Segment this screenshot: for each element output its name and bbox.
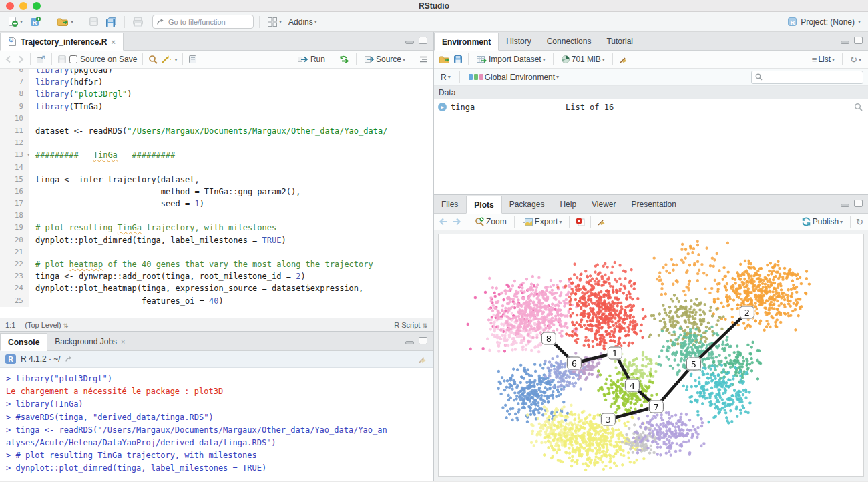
- plots-tab-label: Plots: [474, 200, 493, 210]
- print-button[interactable]: [130, 15, 146, 28]
- new-project-button[interactable]: R: [27, 15, 43, 29]
- dropdown-caret-icon: ▾: [403, 57, 405, 63]
- minimize-pane-button[interactable]: [405, 341, 414, 344]
- maximize-pane-button[interactable]: [854, 37, 863, 44]
- language-selector-button[interactable]: R ▾: [439, 71, 453, 83]
- project-menu-button[interactable]: R Project: (None) ▾: [785, 15, 863, 28]
- history-tab-label: History: [506, 37, 531, 46]
- console-line: > library("plot3Drgl"): [6, 373, 427, 385]
- source-on-save-checkbox[interactable]: [69, 55, 77, 63]
- refresh-environment-button[interactable]: ↻ ▾: [848, 53, 863, 66]
- code-editor[interactable]: 6library(pkgload)7library(hdf5r)8library…: [0, 69, 433, 318]
- environment-search[interactable]: [751, 71, 863, 84]
- source-button[interactable]: Source ▾: [362, 53, 407, 65]
- find-replace-icon[interactable]: [148, 55, 158, 64]
- filetype-selector[interactable]: R Script ⇅: [394, 321, 427, 329]
- expand-object-icon[interactable]: ▶: [438, 103, 447, 111]
- close-tab-icon[interactable]: ×: [121, 338, 125, 346]
- object-row-tinga[interactable]: ▶ tinga List of 16: [434, 99, 868, 115]
- tab-help[interactable]: Help: [552, 195, 584, 213]
- tab-packages[interactable]: Packages: [502, 195, 553, 213]
- save-all-button[interactable]: [103, 15, 119, 29]
- back-icon[interactable]: [5, 55, 13, 63]
- list-view-button[interactable]: ≡ List ▾: [810, 53, 837, 66]
- goto-file-search[interactable]: [152, 15, 254, 29]
- memory-usage-button[interactable]: 701 MiB ▾: [559, 53, 607, 65]
- export-plot-button[interactable]: Export ▾: [520, 216, 564, 228]
- milestone-label-4: 4: [625, 379, 640, 392]
- fold-caret-icon[interactable]: ▾: [27, 149, 30, 161]
- view-object-icon[interactable]: [854, 103, 863, 111]
- minimize-window-button[interactable]: [19, 2, 27, 10]
- publish-button[interactable]: Publish ▾: [799, 216, 845, 228]
- minimize-pane-button[interactable]: [841, 204, 849, 207]
- zoom-magnifier-icon: [475, 217, 485, 226]
- minimize-pane-button[interactable]: [841, 41, 849, 44]
- tab-tutorial[interactable]: Tutorial: [599, 32, 641, 50]
- maximize-pane-button[interactable]: [419, 337, 427, 344]
- viewer-tab-label: Viewer: [592, 200, 616, 209]
- clear-console-broom-icon[interactable]: [417, 354, 427, 364]
- toolbar-separator: [142, 53, 143, 65]
- compile-report-icon[interactable]: [188, 55, 197, 64]
- code-line: 20dynplot::plot_dimred(tinga, label_mile…: [0, 234, 433, 246]
- rerun-previous-icon[interactable]: [339, 55, 351, 63]
- remove-plot-icon[interactable]: [575, 217, 585, 226]
- workspace-panes-button[interactable]: ▾: [265, 15, 284, 28]
- connections-tab-label: Connections: [547, 37, 592, 46]
- global-environment-selector[interactable]: Global Environment ▾: [467, 71, 561, 83]
- next-plot-icon[interactable]: [451, 218, 461, 226]
- code-line: 11dataset <- readRDS("/Users/Margaux/Doc…: [0, 125, 433, 137]
- tab-presentation[interactable]: Presentation: [624, 195, 684, 213]
- r-version-label: R 4.1.2 · ~/: [21, 354, 61, 364]
- tab-environment[interactable]: Environment: [434, 33, 499, 51]
- new-file-button[interactable]: ▾: [5, 15, 25, 29]
- updown-caret-icon: ⇅: [422, 322, 427, 329]
- save-workspace-icon[interactable]: [453, 55, 463, 64]
- tab-connections[interactable]: Connections: [539, 32, 600, 50]
- tab-background-jobs[interactable]: Background Jobs ×: [47, 332, 133, 350]
- previous-plot-icon[interactable]: [439, 218, 449, 226]
- environment-scope-bar: R ▾ Global Environment ▾: [434, 69, 868, 86]
- goto-file-input[interactable]: [168, 18, 242, 26]
- environment-search-input[interactable]: [765, 73, 860, 81]
- refresh-plot-icon[interactable]: ↻: [856, 217, 863, 227]
- plot-content: 12345678: [434, 230, 868, 481]
- import-dataset-button[interactable]: Import Dataset ▾: [474, 53, 548, 65]
- code-tools-wand-icon[interactable]: [161, 55, 172, 64]
- save-icon[interactable]: [57, 55, 67, 64]
- tab-trajectory-inference[interactable]: R Trajectory_inference.R ×: [0, 33, 124, 51]
- tab-console[interactable]: Console: [0, 333, 47, 351]
- code-line: 22# plot heatmap of the 40 genes that va…: [0, 258, 433, 270]
- plots-tabstrip: Files Plots Packages Help Viewer Present…: [434, 195, 868, 214]
- tab-history[interactable]: History: [499, 32, 539, 50]
- fullscreen-window-button[interactable]: [33, 2, 41, 10]
- forward-icon[interactable]: [16, 55, 25, 63]
- language-label: R: [441, 73, 447, 82]
- clear-all-plots-broom-icon[interactable]: [596, 217, 606, 226]
- import-dataset-icon: [476, 55, 487, 64]
- tab-plots[interactable]: Plots: [466, 196, 501, 214]
- open-in-new-window-icon[interactable]: [36, 55, 46, 64]
- tab-viewer[interactable]: Viewer: [584, 195, 624, 213]
- zoom-plot-button[interactable]: Zoom: [473, 216, 509, 228]
- close-window-button[interactable]: [6, 2, 14, 10]
- open-file-button[interactable]: ▾: [55, 15, 75, 29]
- toolbar-separator: [81, 16, 81, 28]
- code-line: 14: [0, 162, 433, 174]
- console-output[interactable]: > library("plot3Drgl")Le chargement a né…: [0, 368, 433, 481]
- addins-button[interactable]: Addins ▾: [286, 16, 319, 28]
- minimize-pane-button[interactable]: [405, 41, 414, 44]
- close-tab-icon[interactable]: ×: [111, 38, 115, 46]
- goto-directory-icon[interactable]: [65, 356, 73, 363]
- maximize-pane-button[interactable]: [419, 37, 427, 44]
- clear-environment-broom-icon[interactable]: [618, 55, 628, 64]
- document-outline-icon[interactable]: [419, 55, 428, 63]
- load-workspace-icon[interactable]: [439, 55, 451, 65]
- maximize-pane-button[interactable]: [854, 200, 863, 207]
- scope-selector[interactable]: (Top Level) ⇅: [25, 321, 68, 329]
- toolbar-separator: [514, 216, 515, 228]
- tab-files[interactable]: Files: [434, 195, 466, 213]
- run-button[interactable]: Run: [295, 53, 327, 65]
- save-button[interactable]: [87, 15, 101, 28]
